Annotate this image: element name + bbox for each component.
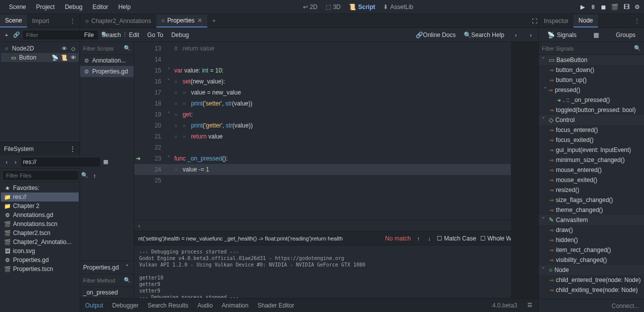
btab-search[interactable]: Search Results <box>148 302 188 309</box>
close-tab-icon[interactable]: ✕ <box>197 17 202 24</box>
minimap[interactable] <box>511 42 538 298</box>
fs-item[interactable]: ⚙Properties.gd <box>1 256 79 264</box>
signal-item[interactable]: ⇨resized() <box>539 185 644 195</box>
add-node-icon[interactable]: + <box>3 32 10 38</box>
tab-chapter2-annotations[interactable]: ○Chapter2_Annotations <box>80 15 156 27</box>
signal-item[interactable]: ⇨gui_input(event: InputEvent) <box>539 145 644 155</box>
signal-item[interactable]: ⇨toggled(button_pressed: bool) <box>539 105 644 115</box>
menu-file[interactable]: File <box>84 32 94 38</box>
menu-scene[interactable]: Scene <box>4 2 31 12</box>
btab-debugger[interactable]: Debugger <box>112 302 139 309</box>
signal-category[interactable]: ˅✎CanvasItem <box>539 215 644 225</box>
tab-inspector[interactable]: Inspector <box>539 15 573 27</box>
panel-menu-icon[interactable]: ⋮ <box>70 146 76 152</box>
fs-item[interactable]: 🎬Annotations.tscn <box>1 220 79 228</box>
workspace-script[interactable]: 📜Script <box>349 4 375 10</box>
script-item[interactable]: ⚙Properties.gd <box>80 66 134 77</box>
workspace-3d[interactable]: ⬚3D <box>326 4 341 10</box>
signal-item[interactable]: ⇨mouse_entered() <box>539 165 644 175</box>
code-editor[interactable]: 13# return value1415˅var value: int = 10… <box>134 42 538 298</box>
visibility-icon[interactable]: 👁 <box>61 45 68 52</box>
tree-item-button[interactable]: ▭ Button 📡 📜 👁 <box>1 53 79 62</box>
signal-item[interactable]: ⇨child_exiting_tree(node: Node) <box>539 285 644 295</box>
btab-animation[interactable]: Animation <box>222 302 248 309</box>
panel-menu-icon[interactable]: ⋮ <box>66 18 80 24</box>
signal-item[interactable]: ⇨button_down() <box>539 65 644 75</box>
fs-item[interactable]: 🎬Chapter2_Annotatio... <box>1 238 79 246</box>
layout-icon[interactable]: ☴ <box>526 302 533 309</box>
signal-item[interactable]: ⇨focus_exited() <box>539 135 644 145</box>
signal-connection[interactable]: ➜. :: _on_pressed() <box>539 95 644 105</box>
search-input[interactable] <box>138 236 381 242</box>
search-icon[interactable]: 🔍 <box>124 45 131 52</box>
link-icon[interactable]: 🔗 <box>13 32 20 38</box>
tab-import[interactable]: Import <box>27 15 54 27</box>
signal-item[interactable]: ˅⇨pressed() <box>539 85 644 95</box>
signal-item[interactable]: ⇨focus_entered() <box>539 125 644 135</box>
forward-icon[interactable]: › <box>12 158 19 166</box>
scroll-left-icon[interactable]: ‹ <box>138 222 140 230</box>
tree-item-node2d[interactable]: ○ Node2D 👁 ◇ <box>1 44 79 53</box>
file-filter-input[interactable] <box>3 171 78 180</box>
signal-item[interactable]: ⇨button_up() <box>539 75 644 85</box>
pause-icon[interactable]: ⏸ <box>590 4 596 10</box>
fs-item[interactable]: 🎬Chapter2.tscn <box>1 228 79 238</box>
tab-scene[interactable]: Scene <box>0 14 27 28</box>
fs-item[interactable]: ⚙Annotations.gd <box>1 210 79 220</box>
menu-debug[interactable]: Debug <box>171 32 189 38</box>
distraction-free-icon[interactable]: ⛶ <box>530 18 538 24</box>
new-tab-icon[interactable]: + <box>207 16 221 26</box>
visibility-icon[interactable]: 👁 <box>70 54 77 61</box>
prev-icon[interactable]: ‹ <box>512 32 519 38</box>
fs-item[interactable]: 🖼icon.svg <box>1 246 79 256</box>
btab-audio[interactable]: Audio <box>197 302 213 309</box>
tab-properties[interactable]: ○Properties✕ <box>156 14 207 28</box>
btab-output[interactable]: Output <box>85 302 103 309</box>
menu-edit[interactable]: Edit <box>129 32 139 38</box>
script-item[interactable]: ⚙Annotation... <box>80 55 134 66</box>
workspace-assetlib[interactable]: ⬇AssetLib <box>383 4 413 10</box>
play-custom-icon[interactable]: 🎞 <box>623 4 629 10</box>
signal-item[interactable]: ⇨child_entered_tree(node: Node) <box>539 275 644 285</box>
render-icon[interactable]: ⚙ <box>634 4 640 10</box>
menu-goto[interactable]: Go To <box>147 32 163 38</box>
method-item[interactable]: _on_pressed <box>80 287 134 298</box>
signal-item[interactable]: ⇨visibility_changed() <box>539 255 644 265</box>
workspace-2d[interactable]: ↩2D <box>303 4 317 10</box>
signal-item[interactable]: ⇨hidden() <box>539 235 644 245</box>
tab-node[interactable]: Node <box>573 14 598 28</box>
online-docs-link[interactable]: 🔗Online Docs <box>416 32 456 38</box>
subtab-groups[interactable]: Groups <box>616 32 635 38</box>
signal-item[interactable]: ⇨item_rect_changed() <box>539 245 644 255</box>
search-icon[interactable]: 🔍 <box>124 277 131 284</box>
script-filter-input[interactable] <box>83 46 124 52</box>
stop-icon[interactable]: ◼ <box>601 4 606 10</box>
method-filter-input[interactable] <box>83 278 124 284</box>
lock-icon[interactable]: ◇ <box>70 45 77 52</box>
subtab-signals[interactable]: 📡Signals <box>547 32 576 38</box>
search-help-link[interactable]: 🔍Search Help <box>464 32 504 38</box>
signal-category[interactable]: ˅◇Control <box>539 115 644 125</box>
signal-item[interactable]: ⇨size_flags_changed() <box>539 195 644 205</box>
menu-debug[interactable]: Debug <box>60 2 87 12</box>
play-scene-icon[interactable]: 🎬 <box>611 4 618 10</box>
fs-item[interactable]: 📁Chapter 2 <box>1 202 79 210</box>
signal-item[interactable]: ⇨theme_changed() <box>539 205 644 215</box>
connect-button[interactable]: Connect... <box>539 299 644 312</box>
panel-menu-icon[interactable]: ⋮ <box>630 18 644 24</box>
script-icon[interactable]: 📜 <box>61 54 68 61</box>
match-case-checkbox[interactable]: ☐ Match Case <box>437 235 476 242</box>
next-match-icon[interactable]: ↓ <box>426 235 433 242</box>
menu-help[interactable]: Help <box>113 2 136 12</box>
play-icon[interactable]: ▶ <box>580 4 585 10</box>
menu-project[interactable]: Project <box>31 2 60 12</box>
grid-icon[interactable]: ▦ <box>593 32 599 38</box>
prev-match-icon[interactable]: ↑ <box>415 235 422 242</box>
menu-search[interactable]: Search <box>102 32 121 38</box>
signal-icon[interactable]: 📡 <box>52 54 59 61</box>
btab-shader[interactable]: Shader Editor <box>257 302 294 309</box>
next-icon[interactable]: › <box>527 32 534 38</box>
menu-editor[interactable]: Editor <box>88 2 113 12</box>
signal-filter-input[interactable] <box>542 46 634 52</box>
signal-item[interactable]: ⇨minimum_size_changed() <box>539 155 644 165</box>
